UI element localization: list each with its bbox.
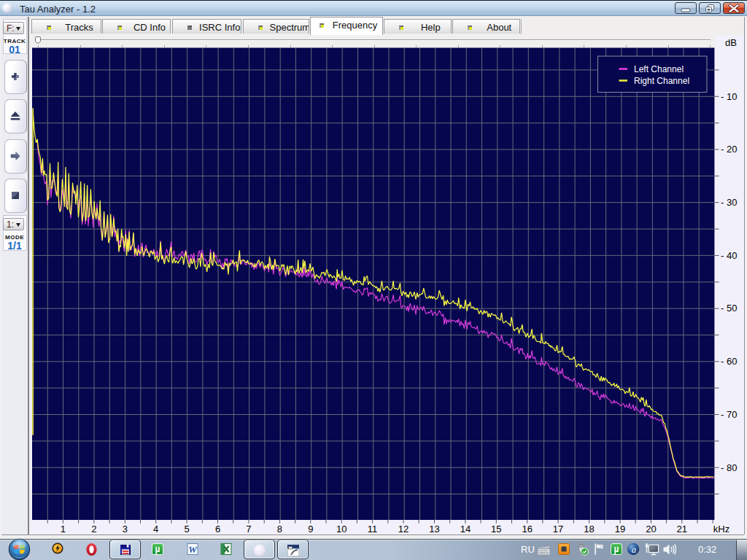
- svg-text:µ: µ: [614, 544, 619, 554]
- svg-text:µ: µ: [155, 544, 160, 554]
- svg-text:W: W: [188, 544, 198, 555]
- svg-text:a: a: [632, 544, 637, 555]
